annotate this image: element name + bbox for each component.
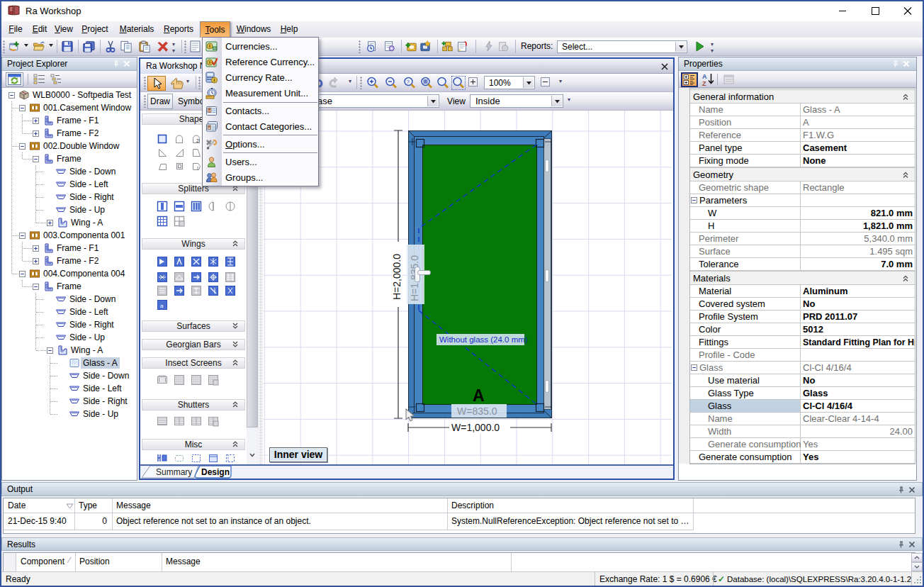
svg-text:A: A xyxy=(473,386,485,405)
svg-text:!: ! xyxy=(197,166,198,171)
svg-text:a: a xyxy=(160,303,164,309)
svg-text:W=835.0: W=835.0 xyxy=(457,406,497,417)
svg-text:2: 2 xyxy=(196,138,199,143)
svg-text:Summary: Summary xyxy=(156,467,192,477)
svg-text:W=1,000.0: W=1,000.0 xyxy=(451,422,500,433)
svg-text:?: ? xyxy=(407,79,410,85)
svg-text:H=2,000.0: H=2,000.0 xyxy=(391,254,402,300)
svg-text:Without glass (24.0 mm): Without glass (24.0 mm) xyxy=(439,335,528,344)
svg-text:Z: Z xyxy=(702,80,706,86)
svg-text:A: A xyxy=(702,73,707,80)
svg-text:Design: Design xyxy=(201,467,230,477)
